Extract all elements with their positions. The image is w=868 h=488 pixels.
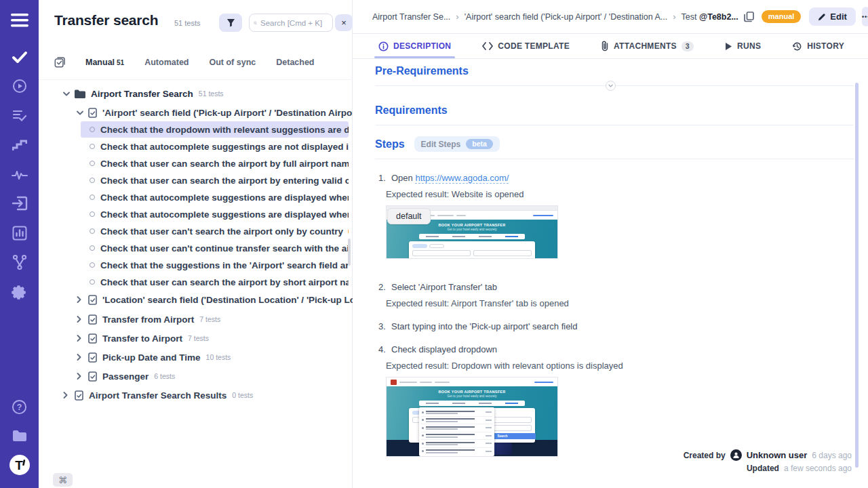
folder-icon	[75, 89, 85, 98]
filter-button[interactable]	[219, 14, 242, 32]
list-scrollbar[interactable]	[348, 239, 351, 266]
copy-icon[interactable]	[744, 12, 754, 22]
reports-icon[interactable]	[0, 221, 39, 245]
edit-steps-button[interactable]: Edit Steps beta	[414, 136, 500, 152]
description-content: Pre-Requirements Requirements Steps Edit…	[375, 59, 854, 474]
search-box[interactable]	[249, 14, 333, 32]
steps-icon[interactable]	[0, 133, 39, 157]
tree-suite-row[interactable]: Transfer from Airport 7 tests	[39, 310, 353, 328]
breadcrumb-subsuite[interactable]: 'Airport' search field ('Pick-up Airport…	[465, 12, 668, 22]
step-action: Open	[391, 173, 415, 183]
tree-label: Airport Transfer Search Results	[89, 390, 226, 401]
test-bullet-icon	[90, 127, 95, 132]
menu-icon[interactable]	[0, 8, 39, 33]
tree-suite-row[interactable]: Transfer to Airport 7 tests	[39, 329, 353, 347]
tab-manual-count: 51	[117, 59, 124, 66]
tree-suite-row[interactable]: Passenger 6 tests	[39, 367, 353, 385]
search-icon	[254, 19, 257, 27]
command-shortcut-button[interactable]: ⌘	[53, 473, 73, 487]
tree-test-row[interactable]: Check that user can't continue transfer …	[81, 240, 349, 256]
collapse-toggle[interactable]	[606, 81, 616, 91]
chevron-right-icon[interactable]	[63, 392, 70, 399]
chevron-right-icon[interactable]	[77, 316, 83, 323]
play-icon	[725, 42, 732, 51]
tab-code-template[interactable]: CODE TEMPLATE	[482, 34, 570, 58]
tab-automated[interactable]: Automated	[144, 58, 189, 67]
tree-folder-row[interactable]: Airport Transfer Search 51 tests	[39, 85, 353, 102]
tree-label: Check that user can't continue transfer …	[100, 243, 349, 253]
breadcrumb-test[interactable]: Test @Te8b2...	[682, 12, 738, 22]
tree-test-row-selected[interactable]: Check that the dropdown with relevant su…	[81, 121, 349, 138]
tab-manual[interactable]: Manual51	[85, 58, 124, 67]
test-bullet-icon	[90, 195, 95, 200]
panel-close-button[interactable]: ×	[335, 14, 353, 31]
tree-suite-row[interactable]: 'Location' search field ('Destination Lo…	[39, 291, 353, 308]
tab-runs[interactable]: RUNS	[725, 34, 761, 58]
tab-attachments[interactable]: ATTACHMENTS 3	[601, 34, 694, 58]
expected-result: Expected result: Website is opened	[386, 189, 558, 199]
tab-history-label: HISTORY	[807, 41, 844, 51]
agoda-link[interactable]: https://www.agoda.com/	[415, 173, 509, 184]
help-icon[interactable]: ?	[0, 394, 39, 419]
document-check-icon	[75, 390, 83, 401]
settings-icon[interactable]	[0, 280, 39, 304]
projects-icon[interactable]	[0, 424, 39, 448]
tab-code-template-label: CODE TEMPLATE	[498, 41, 570, 51]
tree-test-row[interactable]: Check that autocomplete suggestions are …	[81, 189, 349, 205]
tab-detached[interactable]: Detached	[276, 58, 314, 67]
user-avatar	[730, 449, 742, 461]
chevron-right-icon[interactable]	[77, 373, 83, 380]
tree-label: Passenger	[102, 371, 149, 382]
step-2: 2. Select 'Airport Transfer' tab Expecte…	[375, 282, 854, 308]
test-plans-icon[interactable]	[0, 103, 39, 127]
steps-list: 1. Open https://www.agoda.com/ Expected …	[375, 173, 854, 464]
chevron-down-icon[interactable]	[77, 110, 83, 115]
chevron-right-icon[interactable]	[77, 354, 83, 361]
step-1-screenshot[interactable]: BOOK YOUR AIRPORT TRANSFER Get to your h…	[386, 205, 558, 259]
tree-test-row[interactable]: Check that user can search the airport b…	[81, 274, 349, 290]
tree-test-row[interactable]: Check that user can search the airport b…	[81, 172, 349, 188]
screenshot-thumbnail: BOOK YOUR AIRPORT TRANSFER Get to your h…	[386, 377, 558, 457]
breadcrumb-suite[interactable]: Airport Transfer Se...	[372, 12, 450, 22]
tree-test-row[interactable]: Check that autocomplete suggestions are …	[81, 206, 349, 222]
document-check-icon	[88, 314, 97, 325]
tree-suite-row[interactable]: 'Airport' search field ('Pick-up Airport…	[39, 104, 353, 121]
tree-suite-row[interactable]: Pick-up Date and Time 10 tests	[39, 348, 353, 366]
search-input[interactable]	[260, 19, 328, 27]
milestones-icon[interactable]	[0, 250, 39, 274]
detail-scrollbar[interactable]	[855, 83, 859, 468]
sign-in-icon[interactable]	[0, 191, 39, 216]
tree-suite-row[interactable]: Airport Transfer Search Results 0 tests	[39, 386, 353, 404]
tree-label: 'Airport' search field ('Pick-up Airport…	[102, 108, 353, 118]
test-runs-icon[interactable]	[0, 74, 39, 98]
expected-result: Expected result: Airport Transfer' tab i…	[386, 298, 569, 308]
tree-test-row[interactable]: Check that user can search the airport b…	[81, 155, 349, 171]
tree-label: Transfer from Airport	[102, 314, 194, 325]
paperclip-icon	[601, 41, 609, 52]
tab-history[interactable]: HISTORY	[792, 34, 844, 58]
tree-test-row[interactable]: Check that autocomplete suggestings are …	[81, 138, 349, 155]
select-all-icon[interactable]	[54, 57, 65, 68]
tab-out-of-sync[interactable]: Out of sync	[209, 58, 256, 67]
step-action: Select 'Airport Transfer' tab	[391, 282, 569, 292]
tests-icon[interactable]	[0, 45, 39, 69]
default-label-chip: default	[387, 208, 431, 224]
chevron-right-icon[interactable]	[77, 335, 83, 342]
step-action: Check displayed dropdown	[391, 344, 623, 354]
section-steps: Steps Edit Steps beta	[375, 136, 854, 159]
step-4-screenshot[interactable]: BOOK YOUR AIRPORT TRANSFER Get to your h…	[386, 377, 623, 457]
test-id: @Te8b2...	[699, 12, 738, 22]
tab-manual-label: Manual	[85, 58, 115, 67]
thumb-banner-subtitle: Get to your hotel easily and securely	[387, 227, 557, 231]
tree-test-row[interactable]: Check that user can't search the airport…	[81, 223, 349, 239]
chevron-down-icon[interactable]	[63, 92, 70, 96]
edit-button[interactable]: Edit	[809, 7, 856, 26]
activity-icon[interactable]	[0, 162, 39, 186]
tree-test-row[interactable]: Check that the suggestions in the 'Airpo…	[81, 257, 349, 273]
tree-count: 0 tests	[232, 391, 253, 399]
more-options-button[interactable]: •••	[862, 7, 868, 26]
chevron-right-icon[interactable]	[77, 296, 83, 303]
tab-description-label: DESCRIPTION	[393, 41, 451, 51]
tab-description[interactable]: DESCRIPTION	[378, 34, 451, 58]
logo[interactable]: T	[0, 453, 39, 477]
